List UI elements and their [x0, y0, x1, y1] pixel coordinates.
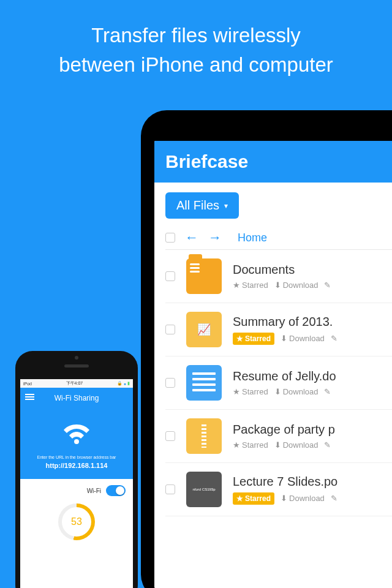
slides-file-icon: nford CS193p [186, 472, 222, 507]
status-indicators: 🔒 ● ▮ [117, 381, 130, 386]
document-file-icon [186, 365, 222, 401]
tablet-frame: Briefcase All Files ▾ ← → Home Documents [141, 110, 392, 588]
file-row[interactable]: 📈 Summary of 2013. ★ Starred ⬇ Download … [165, 303, 392, 356]
edit-action[interactable]: ✎ [324, 281, 331, 290]
progress-ring: 53 [58, 503, 95, 540]
wifi-toggle-label: Wi-Fi [87, 488, 101, 494]
forward-arrow-icon[interactable]: → [208, 230, 222, 246]
image-file-icon: 📈 [186, 312, 222, 347]
tablet-content: All Files ▾ ← → Home Documents ★ Starred… [154, 183, 392, 588]
marketing-headline: Transfer files wirelessly between iPhone… [0, 0, 392, 80]
select-all-checkbox[interactable] [165, 233, 175, 243]
file-row[interactable]: Package of party p ★ Starred ⬇ Download … [165, 410, 392, 463]
download-action[interactable]: ⬇ Download [274, 440, 318, 450]
edit-action[interactable]: ✎ [324, 440, 331, 450]
status-carrier: iPod [23, 382, 32, 386]
edit-action[interactable]: ✎ [331, 334, 337, 343]
instruction-text: Enter the URL in the browser address bar [25, 455, 128, 459]
edit-action[interactable]: ✎ [324, 387, 331, 396]
file-row[interactable]: nford CS193p Lecture 7 Slides.po ★ Starr… [165, 463, 392, 516]
starred-action[interactable]: ★ Starred [233, 440, 268, 450]
phone-frame: iPod 下午4:07 🔒 ● ▮ Wi-Fi Sharing Enter th… [15, 351, 138, 588]
file-name: Summary of 2013. [233, 315, 392, 329]
starred-action[interactable]: ★ Starred [233, 281, 268, 290]
row-checkbox[interactable] [165, 325, 175, 334]
back-arrow-icon[interactable]: ← [185, 230, 198, 246]
menu-icon[interactable] [25, 394, 34, 395]
file-row[interactable]: Resume of Jelly.do ★ Starred ⬇ Download … [165, 356, 392, 410]
row-checkbox[interactable] [165, 431, 175, 441]
phone-header: Wi-Fi Sharing [20, 388, 133, 409]
status-time: 下午4:07 [66, 380, 83, 386]
share-url: http://192.168.1.114 [25, 462, 128, 469]
file-name: Lecture 7 Slides.po [233, 475, 392, 489]
folder-icon [186, 258, 222, 294]
download-action[interactable]: ⬇ Download [281, 334, 325, 343]
file-name: Documents [233, 263, 392, 277]
row-checkbox[interactable] [165, 378, 175, 388]
nav-row: ← → Home [165, 230, 392, 250]
wifi-toggle[interactable] [106, 485, 126, 496]
file-row[interactable]: Documents ★ Starred ⬇ Download ✎ [165, 250, 392, 303]
status-bar: iPod 下午4:07 🔒 ● ▮ [20, 379, 133, 388]
breadcrumb-home[interactable]: Home [238, 232, 267, 244]
download-action[interactable]: ⬇ Download [274, 281, 318, 290]
phone-screen: iPod 下午4:07 🔒 ● ▮ Wi-Fi Sharing Enter th… [20, 379, 133, 588]
dropdown-label: All Files [176, 198, 219, 213]
file-name: Package of party p [233, 423, 392, 437]
bluetooth-icon: ● [124, 382, 126, 386]
screen-title: Wi-Fi Sharing [55, 394, 99, 402]
download-action[interactable]: ⬇ Download [281, 494, 325, 503]
row-checkbox[interactable] [165, 271, 175, 281]
starred-action[interactable]: ★ Starred [233, 387, 268, 396]
starred-badge[interactable]: ★ Starred [233, 492, 274, 505]
headline-line2: between iPhone and computer [59, 53, 333, 76]
caret-down-icon: ▾ [224, 202, 228, 210]
edit-action[interactable]: ✎ [331, 494, 337, 503]
download-action[interactable]: ⬇ Download [274, 387, 318, 396]
row-checkbox[interactable] [165, 484, 175, 494]
battery-icon: ▮ [127, 381, 130, 386]
app-title: Briefcase [165, 151, 248, 172]
starred-badge[interactable]: ★ Starred [233, 333, 274, 345]
progress-value: 53 [71, 516, 82, 527]
all-files-dropdown[interactable]: All Files ▾ [165, 192, 239, 219]
file-name: Resume of Jelly.do [233, 369, 392, 383]
tablet-screen: Briefcase All Files ▾ ← → Home Documents [154, 141, 392, 588]
wifi-panel: Enter the URL in the browser address bar… [20, 409, 133, 479]
lock-icon: 🔒 [117, 381, 123, 386]
wifi-icon [25, 417, 128, 449]
app-titlebar: Briefcase [154, 141, 392, 183]
lower-panel: Wi-Fi 53 [20, 479, 133, 588]
headline-line1: Transfer files wirelessly [91, 24, 301, 47]
archive-file-icon [186, 418, 222, 454]
